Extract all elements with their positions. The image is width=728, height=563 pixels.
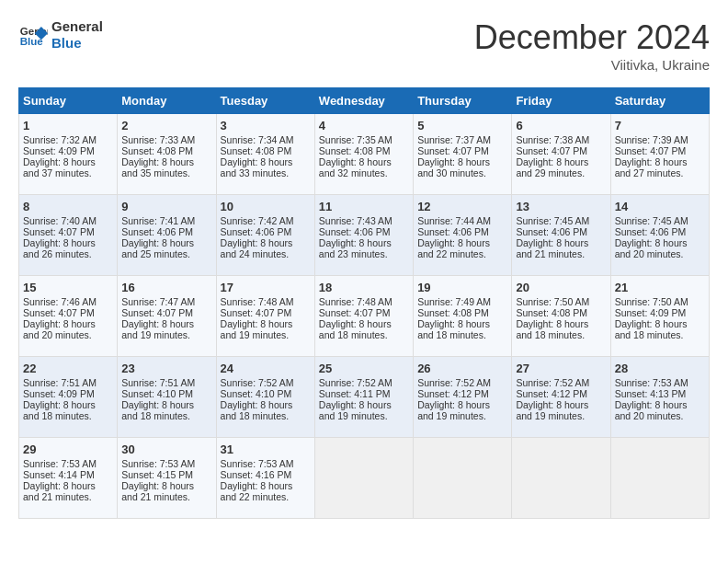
calendar-cell: 11Sunrise: 7:43 AMSunset: 4:06 PMDayligh…: [314, 195, 413, 276]
page-header: General Blue General Blue December 2024 …: [18, 18, 710, 73]
calendar-cell: 26Sunrise: 7:52 AMSunset: 4:12 PMDayligh…: [414, 357, 512, 438]
day-info-line: Sunrise: 7:51 AM: [121, 377, 211, 388]
day-info-line: and 22 minutes.: [417, 248, 507, 259]
day-info-line: Sunrise: 7:53 AM: [121, 458, 211, 469]
day-info-line: and 21 minutes.: [121, 491, 211, 502]
day-info-line: Sunset: 4:15 PM: [121, 469, 211, 480]
day-number: 31: [221, 442, 311, 456]
calendar-cell: 5Sunrise: 7:37 AMSunset: 4:07 PMDaylight…: [414, 114, 512, 195]
day-number: 20: [516, 281, 606, 294]
day-info-line: Daylight: 8 hours: [23, 237, 113, 248]
day-info-line: Sunset: 4:07 PM: [221, 307, 311, 318]
day-info-line: Sunset: 4:08 PM: [121, 145, 211, 156]
day-info-line: and 19 minutes.: [516, 410, 606, 421]
calendar-cell: 20Sunrise: 7:50 AMSunset: 4:08 PMDayligh…: [512, 276, 610, 357]
calendar-cell: 16Sunrise: 7:47 AMSunset: 4:07 PMDayligh…: [118, 276, 216, 357]
day-info-line: Sunset: 4:07 PM: [417, 145, 507, 156]
day-number: 2: [121, 119, 211, 132]
day-info-line: Daylight: 8 hours: [221, 237, 311, 248]
day-info-line: and 20 minutes.: [615, 410, 705, 421]
day-info-line: and 18 minutes.: [221, 410, 311, 421]
day-info-line: Sunrise: 7:45 AM: [516, 215, 606, 226]
day-info-line: Sunset: 4:13 PM: [615, 388, 705, 399]
logo: General Blue General Blue: [18, 18, 103, 52]
day-info-line: Sunset: 4:07 PM: [23, 226, 113, 237]
day-info-line: Daylight: 8 hours: [615, 318, 705, 329]
day-info-line: Daylight: 8 hours: [319, 156, 409, 167]
col-header-friday: Friday: [512, 88, 610, 114]
calendar-cell: 6Sunrise: 7:38 AMSunset: 4:07 PMDaylight…: [512, 114, 610, 195]
calendar-table: SundayMondayTuesdayWednesdayThursdayFrid…: [18, 87, 710, 519]
calendar-cell: [512, 438, 610, 519]
calendar-cell: 18Sunrise: 7:48 AMSunset: 4:07 PMDayligh…: [314, 276, 413, 357]
day-info-line: Sunset: 4:06 PM: [221, 226, 311, 237]
day-info-line: Sunset: 4:07 PM: [516, 145, 606, 156]
day-number: 3: [221, 119, 311, 132]
day-info-line: and 18 minutes.: [121, 410, 211, 421]
day-number: 18: [319, 281, 409, 294]
day-info-line: Daylight: 8 hours: [221, 318, 311, 329]
calendar-cell: 9Sunrise: 7:41 AMSunset: 4:06 PMDaylight…: [118, 195, 216, 276]
calendar-cell: 30Sunrise: 7:53 AMSunset: 4:15 PMDayligh…: [118, 438, 216, 519]
calendar-cell: 15Sunrise: 7:46 AMSunset: 4:07 PMDayligh…: [19, 276, 118, 357]
day-info-line: Sunrise: 7:48 AM: [319, 296, 409, 307]
calendar-cell: 1Sunrise: 7:32 AMSunset: 4:09 PMDaylight…: [19, 114, 118, 195]
day-info-line: Daylight: 8 hours: [417, 156, 507, 167]
day-info-line: and 19 minutes.: [221, 329, 311, 340]
day-info-line: Daylight: 8 hours: [516, 237, 606, 248]
day-info-line: Daylight: 8 hours: [516, 318, 606, 329]
day-info-line: and 25 minutes.: [121, 248, 211, 259]
day-number: 29: [23, 442, 113, 456]
day-info-line: Sunset: 4:06 PM: [615, 226, 705, 237]
day-info-line: Sunset: 4:07 PM: [121, 307, 211, 318]
calendar-cell: 8Sunrise: 7:40 AMSunset: 4:07 PMDaylight…: [19, 195, 118, 276]
day-number: 8: [23, 200, 113, 213]
day-info-line: Sunset: 4:08 PM: [417, 307, 507, 318]
calendar-cell: [414, 438, 512, 519]
logo-general: General: [51, 18, 103, 35]
day-info-line: and 23 minutes.: [319, 248, 409, 259]
day-info-line: Sunset: 4:10 PM: [221, 388, 311, 399]
day-info-line: Sunrise: 7:52 AM: [221, 377, 311, 388]
day-info-line: and 32 minutes.: [319, 167, 409, 178]
day-info-line: Daylight: 8 hours: [417, 399, 507, 410]
day-number: 6: [516, 119, 606, 132]
day-info-line: Sunrise: 7:52 AM: [516, 377, 606, 388]
calendar-cell: 14Sunrise: 7:45 AMSunset: 4:06 PMDayligh…: [610, 195, 709, 276]
day-number: 22: [23, 362, 113, 375]
day-info-line: Sunrise: 7:37 AM: [417, 134, 507, 145]
day-info-line: Sunset: 4:09 PM: [615, 307, 705, 318]
day-info-line: Sunrise: 7:48 AM: [221, 296, 311, 307]
day-info-line: and 21 minutes.: [516, 248, 606, 259]
day-info-line: Sunset: 4:12 PM: [516, 388, 606, 399]
logo-blue: Blue: [51, 35, 103, 52]
day-info-line: Daylight: 8 hours: [615, 156, 705, 167]
calendar-cell: 12Sunrise: 7:44 AMSunset: 4:06 PMDayligh…: [414, 195, 512, 276]
day-info-line: and 24 minutes.: [221, 248, 311, 259]
location-subtitle: Viitivka, Ukraine: [474, 57, 710, 73]
day-info-line: Sunset: 4:06 PM: [417, 226, 507, 237]
day-number: 24: [221, 362, 311, 375]
day-info-line: Sunrise: 7:32 AM: [23, 134, 113, 145]
day-info-line: Daylight: 8 hours: [23, 156, 113, 167]
day-number: 27: [516, 362, 606, 375]
day-info-line: and 19 minutes.: [417, 410, 507, 421]
day-info-line: Sunset: 4:12 PM: [417, 388, 507, 399]
day-info-line: Sunset: 4:16 PM: [221, 469, 311, 480]
day-info-line: Sunrise: 7:45 AM: [615, 215, 705, 226]
calendar-cell: 10Sunrise: 7:42 AMSunset: 4:06 PMDayligh…: [216, 195, 314, 276]
col-header-tuesday: Tuesday: [216, 88, 314, 114]
calendar-cell: 2Sunrise: 7:33 AMSunset: 4:08 PMDaylight…: [118, 114, 216, 195]
day-info-line: and 20 minutes.: [615, 248, 705, 259]
calendar-cell: 19Sunrise: 7:49 AMSunset: 4:08 PMDayligh…: [414, 276, 512, 357]
day-number: 23: [121, 362, 211, 375]
day-info-line: Sunrise: 7:44 AM: [417, 215, 507, 226]
day-info-line: Daylight: 8 hours: [319, 237, 409, 248]
day-number: 28: [615, 362, 705, 375]
day-info-line: Sunset: 4:07 PM: [615, 145, 705, 156]
day-info-line: Sunrise: 7:42 AM: [221, 215, 311, 226]
day-info-line: and 26 minutes.: [23, 248, 113, 259]
day-number: 26: [417, 362, 507, 375]
day-info-line: Sunset: 4:11 PM: [319, 388, 409, 399]
day-info-line: and 30 minutes.: [417, 167, 507, 178]
